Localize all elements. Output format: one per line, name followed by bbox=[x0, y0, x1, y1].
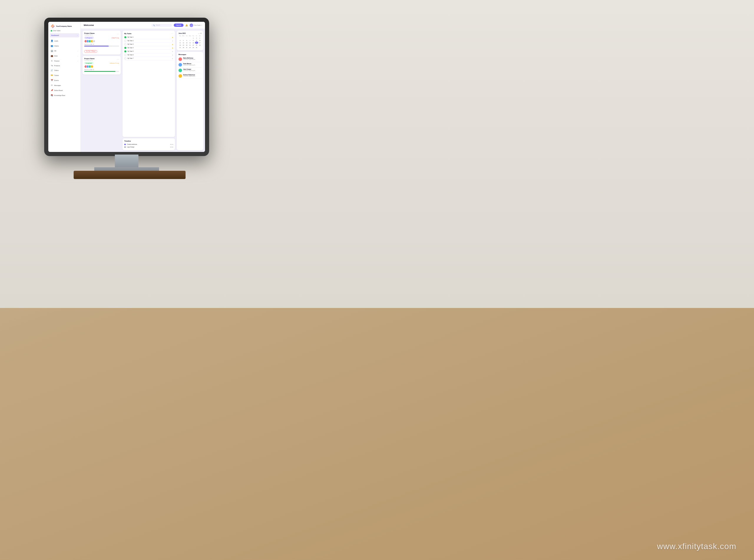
cal-day[interactable]: 20 bbox=[185, 44, 188, 46]
cal-day[interactable]: 29 bbox=[192, 46, 195, 48]
star-icon-2[interactable]: ★ bbox=[172, 40, 173, 42]
messages-title: Messages bbox=[178, 54, 186, 55]
task-checkbox-6[interactable] bbox=[124, 54, 126, 56]
task-checkbox-7[interactable] bbox=[124, 57, 126, 59]
monitor: YourCompany Name Chris Tucker Dashboard … bbox=[44, 18, 209, 194]
task-row[interactable]: My Task 7 ★ bbox=[124, 57, 173, 60]
sidebar-item-work[interactable]: 💼 Work › bbox=[48, 54, 80, 58]
sidebar-item-noticeboard[interactable]: 📌 Notice Board bbox=[48, 88, 80, 93]
project-card-1: Project Name Company Name ··· In Progres… bbox=[82, 31, 121, 55]
search-placeholder: Search bbox=[156, 24, 160, 26]
more-options-tasks[interactable]: ··· bbox=[172, 33, 173, 35]
cal-day[interactable] bbox=[188, 37, 192, 39]
project-card-2: Project Name Company Name ··· Completed … bbox=[82, 56, 121, 75]
message-avatar-1 bbox=[178, 57, 182, 61]
message-row-1[interactable]: Maria McKinney consectetur adipiscing el… bbox=[178, 57, 201, 62]
star-icon-6[interactable]: ★ bbox=[172, 54, 173, 56]
cal-day[interactable]: 23 bbox=[195, 44, 198, 46]
sidebar: YourCompany Name Chris Tucker Dashboard … bbox=[48, 22, 81, 152]
sidebar-item-leads[interactable]: 👤 Leads bbox=[48, 39, 80, 43]
cal-day[interactable]: 19 bbox=[182, 44, 185, 46]
cal-day[interactable]: 11 bbox=[178, 41, 182, 44]
user-avatar: CT bbox=[190, 23, 193, 27]
message-avatar-2 bbox=[178, 63, 182, 66]
cal-day[interactable]: 18 bbox=[178, 44, 182, 46]
cal-day[interactable]: 9 bbox=[195, 39, 198, 41]
cal-day[interactable]: 6 bbox=[185, 39, 188, 41]
cal-day[interactable]: 25 bbox=[178, 46, 182, 48]
cal-day[interactable]: 7 bbox=[188, 39, 192, 41]
sidebar-item-products[interactable]: 🛍 Products bbox=[48, 63, 80, 68]
cal-day[interactable] bbox=[178, 37, 182, 39]
cal-day[interactable]: 26 bbox=[182, 46, 185, 48]
cal-day[interactable]: 8 bbox=[192, 39, 195, 41]
task-row[interactable]: My Task 2 ★ bbox=[124, 39, 173, 43]
cal-day[interactable]: 22 bbox=[192, 44, 195, 46]
cal-day[interactable]: 17 bbox=[198, 41, 201, 44]
sidebar-item-finance[interactable]: $ Finance › bbox=[48, 59, 80, 63]
sidebar-item-events[interactable]: 📅 Events bbox=[48, 78, 80, 83]
cal-day[interactable]: 5 bbox=[182, 39, 185, 41]
calendar-settings-icon[interactable]: ⚙ bbox=[200, 33, 201, 34]
task-checkbox-4[interactable] bbox=[124, 47, 126, 49]
cal-day[interactable]: 1 bbox=[192, 37, 195, 39]
message-row-3[interactable]: Jane Cooper consectetur adipiscing elit.… bbox=[178, 68, 201, 73]
task-row[interactable]: My Task 5 ★ bbox=[124, 50, 173, 53]
star-icon-3[interactable]: ★ bbox=[172, 43, 173, 45]
cal-day[interactable]: 24 bbox=[198, 44, 201, 46]
message-row-4[interactable]: Darlene Robertson consectetur adipiscing… bbox=[178, 73, 201, 79]
cal-day[interactable]: 13 bbox=[185, 41, 188, 44]
sidebar-item-dashboard[interactable]: Dashboard › bbox=[49, 33, 79, 37]
sidebar-item-tickets[interactable]: 🎫 Tickets bbox=[48, 73, 80, 78]
task-checkbox-1[interactable] bbox=[124, 36, 126, 38]
sidebar-item-orders[interactable]: 🛒 Orders bbox=[48, 68, 80, 73]
cal-day[interactable]: 15 bbox=[192, 41, 195, 44]
cal-day[interactable]: 14 bbox=[188, 41, 192, 44]
task-checkbox-2[interactable] bbox=[124, 40, 126, 42]
task-row[interactable]: My Task 3 ★ bbox=[124, 43, 173, 46]
task-row[interactable]: My Task 6 ★ bbox=[124, 53, 173, 57]
sidebar-item-clients[interactable]: 👥 Clients bbox=[48, 44, 80, 48]
bell-icon[interactable]: 🔔 bbox=[185, 24, 188, 26]
cal-day[interactable]: 4 bbox=[178, 39, 182, 41]
star-icon-5[interactable]: ★ bbox=[172, 51, 173, 53]
orders-icon: 🛒 bbox=[51, 69, 53, 72]
cal-day[interactable]: 3 bbox=[198, 37, 201, 39]
cal-day-today[interactable]: 16 bbox=[195, 41, 198, 44]
star-icon-7[interactable]: ★ bbox=[172, 57, 173, 59]
chevron-right-icon: › bbox=[77, 55, 78, 57]
more-options-button-2[interactable]: ··· bbox=[117, 58, 119, 61]
upgrade-button[interactable]: Upgrade bbox=[174, 23, 183, 27]
message-row-2[interactable]: Katie Warren consectetur adipiscing elit… bbox=[178, 62, 201, 68]
task-row[interactable]: My Task 4 ★ bbox=[124, 46, 173, 50]
cal-day[interactable]: 27 bbox=[185, 46, 188, 48]
task-checkbox-3[interactable] bbox=[124, 43, 126, 45]
task-checkbox-5[interactable] bbox=[124, 51, 126, 53]
cal-day[interactable] bbox=[182, 37, 185, 39]
cal-day[interactable]: 30 bbox=[195, 46, 198, 48]
star-icon-4[interactable]: ★ bbox=[172, 47, 173, 49]
cal-day[interactable]: 21 bbox=[188, 44, 192, 46]
cal-day[interactable]: 10 bbox=[198, 39, 201, 41]
calendar-prev-button[interactable]: ‹ bbox=[198, 33, 199, 34]
cal-day[interactable]: 2 bbox=[195, 37, 198, 39]
task-row[interactable]: My Task 1 ★ bbox=[124, 36, 173, 39]
cal-day[interactable] bbox=[185, 37, 188, 39]
right-column: June 2023 ‹ › ⚙ Sun Mon bbox=[177, 31, 203, 150]
sidebar-item-knowledge[interactable]: 📚 Knowledge Base bbox=[48, 93, 80, 98]
due-date-1: Due Date: 25 August bbox=[84, 50, 97, 53]
cal-day[interactable]: 12 bbox=[182, 41, 185, 44]
cal-day[interactable] bbox=[198, 46, 201, 48]
main-content: Welcome 🔍 Search Upgrade 🔔 CT Chris Tuck… bbox=[81, 22, 205, 152]
more-options-button-1[interactable]: ··· bbox=[117, 33, 119, 35]
topbar-user: CT Chris Tucker ▾ bbox=[190, 23, 202, 27]
sidebar-item-hr[interactable]: 🏢 HR › bbox=[48, 48, 80, 53]
sidebar-item-messages[interactable]: ✉ Messages bbox=[48, 83, 80, 88]
message-info-4: Darlene Robertson consectetur adipiscing… bbox=[183, 74, 201, 77]
star-icon-1[interactable]: ★ bbox=[172, 36, 173, 38]
cal-day[interactable]: 28 bbox=[188, 46, 192, 48]
search-box[interactable]: 🔍 Search bbox=[152, 24, 172, 27]
calendar-next-button[interactable]: › bbox=[199, 33, 200, 34]
calendar-month: June 2023 bbox=[178, 33, 185, 34]
timeline-card: Timeline Create wireframe 02:54 Logo Des… bbox=[122, 138, 175, 150]
